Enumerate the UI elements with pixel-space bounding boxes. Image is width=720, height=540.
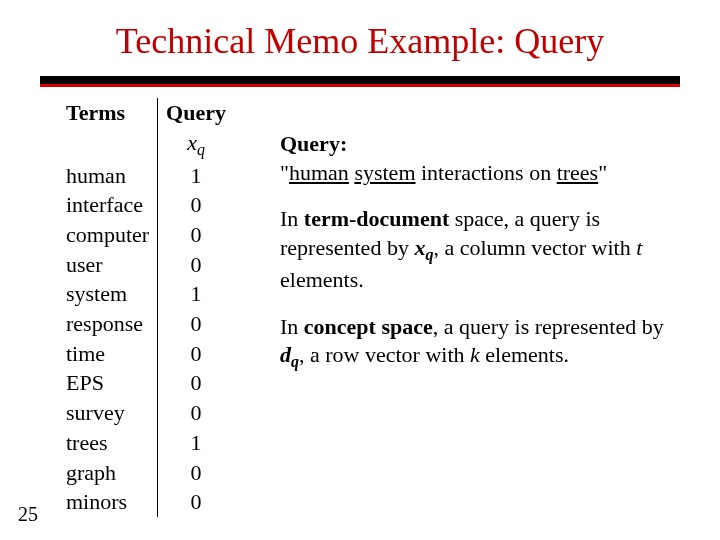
value-cell: 1 xyxy=(158,279,234,309)
table-row: survey0 xyxy=(58,398,234,428)
col-subheader-xq: xq xyxy=(158,128,234,161)
slide-title: Technical Memo Example: Query xyxy=(0,20,720,62)
divider-red xyxy=(40,84,680,87)
table-row: graph0 xyxy=(58,458,234,488)
table-row: time0 xyxy=(58,339,234,369)
table-row: response0 xyxy=(58,309,234,339)
term-cell: response xyxy=(58,309,158,339)
divider-black xyxy=(40,76,680,84)
value-cell: 0 xyxy=(158,458,234,488)
table-row: computer0 xyxy=(58,220,234,250)
table-row: EPS0 xyxy=(58,368,234,398)
term-cell: system xyxy=(58,279,158,309)
value-cell: 1 xyxy=(158,428,234,458)
paragraph-term-document: In term-document space, a query is repre… xyxy=(280,205,690,294)
table-row: interface0 xyxy=(58,190,234,220)
table-row: minors0 xyxy=(58,487,234,517)
term-cell: trees xyxy=(58,428,158,458)
term-cell: interface xyxy=(58,190,158,220)
value-cell: 0 xyxy=(158,220,234,250)
value-cell: 0 xyxy=(158,368,234,398)
value-cell: 0 xyxy=(158,190,234,220)
col-header-terms: Terms xyxy=(58,98,158,128)
term-cell: computer xyxy=(58,220,158,250)
term-cell: time xyxy=(58,339,158,369)
term-cell: survey xyxy=(58,398,158,428)
value-cell: 0 xyxy=(158,487,234,517)
table-row: user0 xyxy=(58,250,234,280)
body-text: Query: "human system interactions on tre… xyxy=(280,130,690,391)
term-cell: human xyxy=(58,161,158,191)
page-number: 25 xyxy=(18,503,38,526)
terms-table: Terms Query xq human1 interface0 compute… xyxy=(58,98,234,517)
value-cell: 0 xyxy=(158,398,234,428)
value-cell: 0 xyxy=(158,339,234,369)
term-cell: EPS xyxy=(58,368,158,398)
paragraph-concept-space: In concept space, a query is represented… xyxy=(280,313,690,374)
table-row: trees1 xyxy=(58,428,234,458)
value-cell: 0 xyxy=(158,250,234,280)
value-cell: 0 xyxy=(158,309,234,339)
table-row: system1 xyxy=(58,279,234,309)
table-row: human1 xyxy=(58,161,234,191)
value-cell: 1 xyxy=(158,161,234,191)
col-header-query: Query xyxy=(158,98,234,128)
term-cell: minors xyxy=(58,487,158,517)
term-cell: user xyxy=(58,250,158,280)
term-cell: graph xyxy=(58,458,158,488)
query-line: Query: "human system interactions on tre… xyxy=(280,130,690,187)
